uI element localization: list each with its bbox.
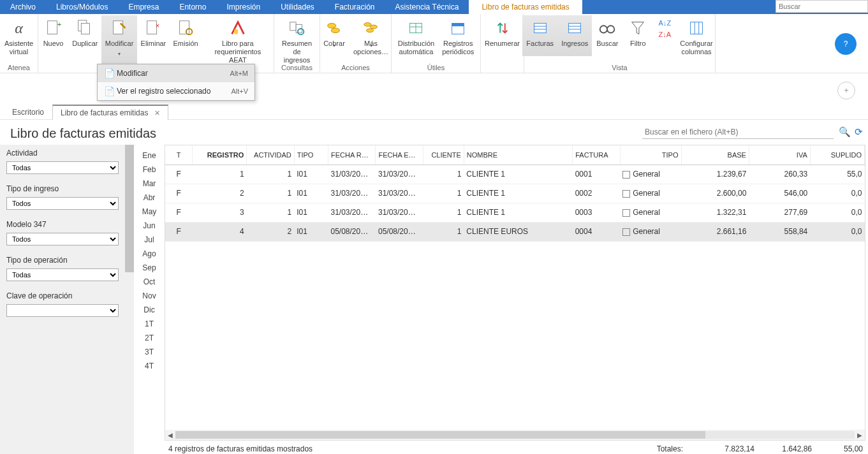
dropdown-ver-registro[interactable]: 📄 Ver el registro seleccionado Alt+V — [98, 82, 254, 100]
libro-requerimientos-button[interactable]: Libro para requerimientos AEAT — [202, 15, 274, 64]
scroll-right-icon[interactable]: ▶ — [855, 432, 865, 439]
menu-empresa[interactable]: Empresa — [118, 0, 169, 14]
distribucion-button[interactable]: Distribución automática — [394, 15, 438, 56]
dropdown-modificar[interactable]: 📄 Modificar Alt+M — [98, 64, 254, 82]
cell-fecha-r: 31/03/20… — [328, 203, 376, 222]
scroll-left-icon[interactable]: ◀ — [165, 432, 175, 439]
buscar-button[interactable]: Buscar — [592, 15, 622, 56]
month-dic[interactable]: Dic — [143, 305, 154, 314]
checkbox-icon[interactable] — [622, 209, 630, 217]
table-row[interactable]: F21I0131/03/20…31/03/20…1CLIENTE 10002Ge… — [165, 184, 865, 203]
quarter-3t[interactable]: 3T — [145, 348, 154, 356]
global-search-input[interactable] — [776, 0, 868, 13]
col-t[interactable]: T — [165, 145, 193, 165]
scroll-thumb[interactable] — [175, 431, 705, 439]
cell-t: F — [165, 203, 193, 222]
col-tipo2[interactable]: TIPO — [620, 145, 681, 165]
svg-rect-8 — [180, 21, 189, 34]
help-button[interactable]: ? — [835, 33, 857, 55]
col-fecha-r[interactable]: FECHA R… — [328, 145, 376, 165]
nuevo-button[interactable]: + Nuevo — [38, 15, 69, 64]
month-sep[interactable]: Sep — [142, 263, 156, 272]
resumen-ingresos-button[interactable]: Resumen de ingresos — [277, 15, 317, 64]
table-row[interactable]: F11I0131/03/20…31/03/20…1CLIENTE 10001Ge… — [165, 165, 865, 184]
configurar-columnas-button[interactable]: Configurar columnas — [676, 15, 716, 56]
search-in-file-input[interactable] — [642, 125, 834, 139]
filter-clave-operacion-select[interactable] — [6, 304, 119, 317]
totals-label: Totales: — [657, 444, 696, 453]
table-row[interactable]: F31I0131/03/20…31/03/20…1CLIENTE 10003Ge… — [165, 203, 865, 222]
asistente-virtual-button[interactable]: α Asistente virtual — [1, 15, 37, 56]
col-registro[interactable]: REGISTRO — [193, 145, 247, 165]
eliminar-button[interactable]: × Eliminar — [137, 15, 170, 64]
tab-escritorio[interactable]: Escritorio — [4, 105, 52, 119]
menu-entorno[interactable]: Entorno — [169, 0, 216, 14]
svg-point-15 — [331, 28, 339, 33]
registros-periodicos-button[interactable]: Registros periódicos — [438, 15, 478, 56]
month-abr[interactable]: Abr — [143, 193, 156, 202]
col-actividad[interactable]: ACTIVIDAD — [247, 145, 295, 165]
horizontal-scrollbar[interactable]: ◀ ▶ — [165, 430, 865, 440]
filter-tipo-operacion-select[interactable]: Todas — [6, 268, 119, 281]
col-iva[interactable]: IVA — [749, 145, 810, 165]
cell-tipo: I01 — [294, 184, 328, 203]
quarter-4t[interactable]: 4T — [145, 362, 154, 370]
col-factura[interactable]: FACTURA — [573, 145, 621, 165]
facturas-view-button[interactable]: Facturas — [522, 15, 557, 56]
filter-scrollbar[interactable] — [125, 145, 134, 272]
filter-tipo-ingreso-select[interactable]: Todos — [6, 197, 119, 210]
duplicate-icon — [75, 18, 95, 38]
tab-libro-facturas[interactable]: Libro de facturas emitidas ✕ — [52, 105, 168, 120]
mas-opciones-button[interactable]: Más opciones… ▾ — [349, 15, 392, 56]
checkbox-icon[interactable] — [622, 171, 630, 179]
menu-asistencia[interactable]: Asistencia Técnica — [385, 0, 469, 14]
main-area: T REGISTRO ACTIVIDAD TIPO FECHA R… FECHA… — [165, 145, 868, 454]
month-feb[interactable]: Feb — [143, 165, 156, 174]
search-icon[interactable]: 🔍 — [839, 126, 851, 138]
month-oct[interactable]: Oct — [143, 277, 156, 286]
document-tabs: Escritorio Libro de facturas emitidas ✕ — [0, 104, 868, 120]
menu-archivo[interactable]: Archivo — [0, 0, 46, 14]
quarter-1t[interactable]: 1T — [145, 319, 154, 328]
svg-rect-24 — [534, 24, 546, 33]
filter-actividad-select[interactable]: Todas — [6, 161, 119, 174]
menu-facturacion[interactable]: Facturación — [325, 0, 385, 14]
cell-actividad: 1 — [247, 184, 295, 203]
cell-fecha-r: 31/03/20… — [328, 184, 376, 203]
col-suplido[interactable]: SUPLIDO — [810, 145, 864, 165]
month-jun[interactable]: Jun — [143, 221, 155, 230]
ingresos-view-button[interactable]: Ingresos — [557, 15, 592, 56]
col-tipo[interactable]: TIPO — [294, 145, 328, 165]
month-mar[interactable]: Mar — [143, 179, 156, 188]
quarter-2t[interactable]: 2T — [145, 333, 154, 342]
col-base[interactable]: BASE — [681, 145, 749, 165]
col-fecha-e[interactable]: FECHA E… — [376, 145, 423, 165]
month-ene[interactable]: Ene — [142, 151, 156, 160]
col-cliente[interactable]: CLIENTE — [423, 145, 464, 165]
renumerar-button[interactable]: Renumerar — [481, 15, 524, 48]
checkbox-icon[interactable] — [622, 228, 630, 236]
menu-libro-facturas-emitidas[interactable]: Libro de facturas emitidas — [469, 0, 582, 14]
filtro-button[interactable]: Filtro — [622, 15, 653, 56]
col-nombre[interactable]: NOMBRE — [464, 145, 572, 165]
month-nov[interactable]: Nov — [142, 291, 156, 300]
table-row[interactable]: F42I0105/08/20…05/08/20…1CLIENTE EUROS00… — [165, 222, 865, 241]
filter-modelo347-select[interactable]: Todos — [6, 233, 119, 245]
add-button[interactable]: + — [837, 82, 855, 99]
menu-utilidades[interactable]: Utilidades — [270, 0, 325, 14]
emision-button[interactable]: Emisión — [170, 15, 202, 64]
close-icon[interactable]: ✕ — [154, 109, 160, 117]
sort-az-button[interactable]: A↓Z Z↓A — [653, 15, 676, 56]
menu-impresion[interactable]: Impresión — [216, 0, 270, 14]
document-edit-icon: 📄 — [104, 68, 117, 78]
checkbox-icon[interactable] — [622, 190, 630, 198]
month-may[interactable]: May — [142, 207, 157, 216]
modificar-button[interactable]: Modificar ▾ — [101, 15, 137, 64]
cobrar-button[interactable]: Cobrar ▾ — [319, 15, 349, 56]
month-jul[interactable]: Jul — [144, 235, 154, 244]
refresh-icon[interactable]: ⟳ — [855, 126, 863, 138]
month-ago[interactable]: Ago — [142, 249, 156, 258]
cell-fecha-e: 31/03/20… — [376, 184, 423, 203]
duplicar-button[interactable]: Duplicar — [69, 15, 102, 64]
menu-libros[interactable]: Libros/Módulos — [46, 0, 118, 14]
